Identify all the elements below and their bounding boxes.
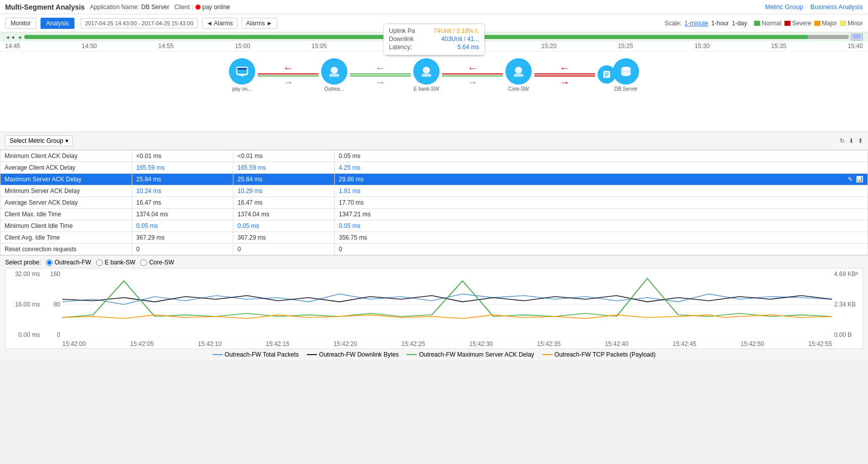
probe-coresw[interactable]: Core-SW bbox=[140, 259, 174, 266]
legend-line-dark bbox=[307, 354, 317, 355]
legend-severe: Severe bbox=[784, 20, 811, 27]
metric-name: Client Max. Idle Time bbox=[1, 209, 132, 220]
metric-group-select[interactable]: Select Metric Group ▾ bbox=[5, 135, 73, 146]
probe-outreach[interactable]: Outreach-FW bbox=[46, 259, 91, 266]
node-pay-online[interactable]: pay on... bbox=[229, 58, 255, 92]
svg-rect-16 bbox=[514, 74, 524, 77]
app-title: Multi-Segment Analysis bbox=[5, 3, 85, 11]
legend-major: Major bbox=[814, 20, 837, 27]
chart-y-left: 32.00 ms 16.00 ms 0.00 ms bbox=[6, 268, 42, 338]
metric-col2: 10.29 ms bbox=[233, 185, 335, 197]
edit-icon[interactable]: ✎ bbox=[848, 176, 853, 183]
metric-name: Client Avg. Idle Time bbox=[1, 232, 132, 244]
chart-x-labels: 15:42:00 15:42:05 15:42:10 15:42:15 15:4… bbox=[62, 340, 832, 347]
scale-controls: Scale: 1-minute 1-hour 1-day Normal Seve… bbox=[665, 20, 863, 27]
node-icon-outreach bbox=[321, 58, 347, 85]
scale-1day[interactable]: 1-day bbox=[732, 20, 747, 27]
legend-minor: Minor bbox=[840, 20, 863, 27]
table-row[interactable]: Minimum Server ACK Delay10.24 ms10.29 ms… bbox=[1, 185, 868, 197]
table-row[interactable]: Minimum Client Idle Time0.05 ms0.05 ms0.… bbox=[1, 220, 868, 232]
table-row[interactable]: Average Client ACK Delay165.59 ms165.59 … bbox=[1, 162, 868, 174]
table-row[interactable]: Minimum Client ACK Delay<0.01 ms<0.01 ms… bbox=[1, 150, 868, 162]
svg-point-4 bbox=[242, 75, 243, 76]
metric-col3: 4.25 ms bbox=[335, 162, 868, 174]
legend-line-blue bbox=[213, 354, 223, 355]
node-ebank[interactable]: E bank-SW bbox=[413, 58, 440, 92]
network-diagram: Uplink Pa0Unit Downlink65Unit / 4.55%⚠ L… bbox=[0, 51, 868, 132]
node-small[interactable] bbox=[598, 65, 616, 85]
chart-plot bbox=[62, 270, 832, 338]
legend-normal: Normal bbox=[754, 20, 781, 27]
metric-col1: 0 bbox=[132, 244, 233, 255]
node-dbserver[interactable]: DB Server bbox=[613, 58, 639, 92]
table-row[interactable]: Client Avg. Idle Time367.29 ms367.29 ms3… bbox=[1, 232, 868, 244]
metric-col1: 25.84 ms bbox=[132, 174, 233, 185]
node-label-dbserver: DB Server bbox=[614, 86, 638, 92]
metric-col1: 367.29 ms bbox=[132, 232, 233, 244]
metric-col1: 10.24 ms bbox=[132, 185, 233, 197]
node-icon-small bbox=[598, 65, 616, 84]
chart-container: 32.00 ms 16.00 ms 0.00 ms 160 80 0 bbox=[5, 268, 863, 349]
metrics-table: Minimum Client ACK Delay<0.01 ms<0.01 ms… bbox=[0, 150, 868, 255]
table-section: Select Metric Group ▾ ↻ ⬇ ⬆ Minimum Clie… bbox=[0, 132, 868, 255]
node-outreach[interactable]: Outrea... bbox=[321, 58, 347, 92]
client-value: pay online bbox=[203, 4, 230, 11]
scale-1hr[interactable]: 1-hour bbox=[712, 20, 729, 27]
metric-col1: 165.59 ms bbox=[132, 162, 233, 174]
arrow-4: ← → bbox=[532, 63, 598, 87]
arrow-2: ← → bbox=[347, 63, 413, 87]
client-label: Client : bbox=[174, 4, 193, 11]
svg-point-7 bbox=[331, 67, 338, 74]
scale-1min[interactable]: 1-minute bbox=[685, 20, 708, 27]
header-links: Metric Group Business Analysis bbox=[765, 3, 863, 11]
upload-icon[interactable]: ⬆ bbox=[858, 137, 863, 144]
metric-name: Minimum Client Idle Time bbox=[1, 220, 132, 232]
table-scroll[interactable]: Minimum Client ACK Delay<0.01 ms<0.01 ms… bbox=[0, 150, 868, 255]
node-coresw[interactable]: Core-SW bbox=[505, 58, 532, 92]
chevron-down-icon: ▾ bbox=[65, 137, 68, 144]
client-dot bbox=[195, 5, 201, 10]
metric-name: Average Client ACK Delay bbox=[1, 162, 132, 174]
metric-col2: 1374.04 ms bbox=[233, 209, 335, 220]
metric-col2: <0.01 ms bbox=[233, 150, 335, 162]
monitor-button[interactable]: Monitor bbox=[5, 18, 36, 29]
metric-col1: 16.47 ms bbox=[132, 197, 233, 209]
node-icon-ebank bbox=[413, 58, 440, 85]
chart-icon[interactable]: 📊 bbox=[856, 176, 863, 183]
table-row[interactable]: Average Server ACK Delay16.47 ms16.47 ms… bbox=[1, 197, 868, 209]
node-icon-dbserver bbox=[613, 58, 639, 85]
analysis-button[interactable]: Analysis bbox=[41, 18, 74, 29]
alarm-left-button[interactable]: ◄ Alarms bbox=[202, 18, 238, 29]
metric-col3: 29.86 ms✎📊 bbox=[335, 174, 868, 185]
table-row[interactable]: Maximum Server ACK Delay25.84 ms25.84 ms… bbox=[1, 174, 868, 185]
metric-col3: 1347.21 ms bbox=[335, 209, 868, 220]
node-label-pay: pay on... bbox=[232, 86, 252, 92]
nodes-row: pay on... ← → Outrea... ← → bbox=[5, 58, 863, 92]
download-icon[interactable]: ⬇ bbox=[849, 137, 854, 144]
svg-point-25 bbox=[621, 72, 631, 76]
metric-col1: <0.01 ms bbox=[132, 150, 233, 162]
metric-group-label: Select Metric Group bbox=[10, 137, 63, 144]
metric-col2: 16.47 ms bbox=[233, 197, 335, 209]
header: Multi-Segment Analysis Application Name:… bbox=[0, 0, 868, 14]
chart-svg bbox=[62, 270, 832, 338]
probe-ebank[interactable]: E bank-SW bbox=[96, 259, 136, 266]
tooltip-4: Uplink Pa74Unit / 3.18%⚠ Downlink403Unit… bbox=[383, 24, 485, 55]
metric-group-link[interactable]: Metric Group bbox=[765, 3, 803, 11]
date-range[interactable]: 2017-04-25 14:43:00 - 2017-04-25 15:43:0… bbox=[81, 18, 198, 28]
app-label: Application Name: bbox=[90, 4, 139, 11]
metric-col3: 17.70 ms bbox=[335, 197, 868, 209]
table-row[interactable]: Client Max. Idle Time1374.04 ms1374.04 m… bbox=[1, 209, 868, 220]
svg-rect-2 bbox=[238, 68, 247, 70]
metric-col2: 367.29 ms bbox=[233, 232, 335, 244]
alarm-right-button[interactable]: Alarms ► bbox=[242, 18, 278, 29]
hamburger-icon[interactable]: ≡ bbox=[855, 270, 858, 276]
metric-col2: 165.59 ms bbox=[233, 162, 335, 174]
business-analysis-link[interactable]: Business Analysis bbox=[810, 3, 863, 11]
arrow-3: ← → bbox=[440, 63, 505, 87]
table-row[interactable]: Reset connection requests000 bbox=[1, 244, 868, 255]
legend-downlink-bytes: Outreach-FW Downlink Bytes bbox=[307, 351, 399, 358]
metric-col3: 0.05 ms bbox=[335, 220, 868, 232]
arrow-1: ← → bbox=[255, 63, 321, 87]
refresh-icon[interactable]: ↻ bbox=[840, 137, 845, 144]
